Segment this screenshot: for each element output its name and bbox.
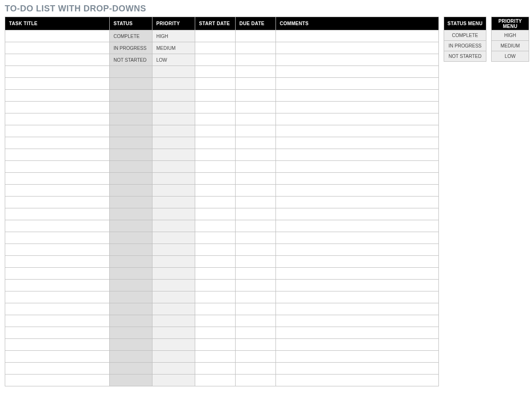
status-cell[interactable] xyxy=(110,66,152,78)
status-cell[interactable] xyxy=(110,315,152,327)
comments-cell[interactable] xyxy=(276,268,439,280)
priority-cell[interactable] xyxy=(152,268,195,280)
comments-cell[interactable] xyxy=(276,173,439,185)
priority-cell[interactable] xyxy=(152,185,195,197)
priority-cell[interactable] xyxy=(152,113,195,125)
due-date-cell[interactable] xyxy=(236,149,276,161)
status-cell[interactable] xyxy=(110,375,152,386)
priority-cell[interactable] xyxy=(152,102,195,113)
comments-cell[interactable] xyxy=(276,102,439,113)
priority-cell[interactable] xyxy=(152,256,195,268)
status-cell[interactable] xyxy=(110,291,152,303)
priority-menu-item[interactable]: MEDIUM xyxy=(492,41,529,51)
priority-cell[interactable]: MEDIUM xyxy=(152,42,195,54)
due-date-cell[interactable] xyxy=(236,232,276,244)
due-date-cell[interactable] xyxy=(236,280,276,291)
due-date-cell[interactable] xyxy=(236,137,276,149)
priority-menu-item[interactable]: LOW xyxy=(492,51,529,62)
status-cell[interactable] xyxy=(110,113,152,125)
status-menu-item[interactable]: NOT STARTED xyxy=(444,51,486,62)
comments-cell[interactable] xyxy=(276,113,439,125)
task-title-cell[interactable] xyxy=(5,280,110,291)
task-title-cell[interactable] xyxy=(5,303,110,315)
comments-cell[interactable] xyxy=(276,197,439,208)
task-title-cell[interactable] xyxy=(5,113,110,125)
status-cell[interactable] xyxy=(110,280,152,291)
comments-cell[interactable] xyxy=(276,185,439,197)
priority-menu-item[interactable]: HIGH xyxy=(492,30,529,41)
status-cell[interactable]: IN PROGRESS xyxy=(110,42,152,54)
comments-cell[interactable] xyxy=(276,161,439,173)
task-title-cell[interactable] xyxy=(5,232,110,244)
comments-cell[interactable] xyxy=(276,149,439,161)
task-title-cell[interactable] xyxy=(5,363,110,375)
comments-cell[interactable] xyxy=(276,315,439,327)
start-date-cell[interactable] xyxy=(195,102,236,113)
status-cell[interactable] xyxy=(110,185,152,197)
priority-cell[interactable] xyxy=(152,315,195,327)
priority-cell[interactable]: LOW xyxy=(152,54,195,66)
status-cell[interactable] xyxy=(110,173,152,185)
start-date-cell[interactable] xyxy=(195,268,236,280)
due-date-cell[interactable] xyxy=(236,66,276,78)
status-cell[interactable] xyxy=(110,232,152,244)
comments-cell[interactable] xyxy=(276,327,439,339)
status-menu-item[interactable]: COMPLETE xyxy=(444,30,486,41)
comments-cell[interactable] xyxy=(276,375,439,386)
priority-cell[interactable] xyxy=(152,90,195,102)
start-date-cell[interactable] xyxy=(195,291,236,303)
due-date-cell[interactable] xyxy=(236,173,276,185)
status-cell[interactable] xyxy=(110,102,152,113)
start-date-cell[interactable] xyxy=(195,66,236,78)
due-date-cell[interactable] xyxy=(236,339,276,351)
due-date-cell[interactable] xyxy=(236,185,276,197)
status-cell[interactable] xyxy=(110,137,152,149)
status-cell[interactable] xyxy=(110,197,152,208)
task-title-cell[interactable] xyxy=(5,173,110,185)
comments-cell[interactable] xyxy=(276,339,439,351)
status-menu-item[interactable]: IN PROGRESS xyxy=(444,41,486,51)
due-date-cell[interactable] xyxy=(236,78,276,90)
due-date-cell[interactable] xyxy=(236,30,276,42)
start-date-cell[interactable] xyxy=(195,78,236,90)
due-date-cell[interactable] xyxy=(236,315,276,327)
start-date-cell[interactable] xyxy=(195,30,236,42)
start-date-cell[interactable] xyxy=(195,161,236,173)
start-date-cell[interactable] xyxy=(195,363,236,375)
task-title-cell[interactable] xyxy=(5,327,110,339)
priority-cell[interactable] xyxy=(152,232,195,244)
comments-cell[interactable] xyxy=(276,125,439,137)
comments-cell[interactable] xyxy=(276,291,439,303)
due-date-cell[interactable] xyxy=(236,42,276,54)
comments-cell[interactable] xyxy=(276,280,439,291)
status-cell[interactable] xyxy=(110,90,152,102)
task-title-cell[interactable] xyxy=(5,137,110,149)
priority-cell[interactable] xyxy=(152,78,195,90)
due-date-cell[interactable] xyxy=(236,90,276,102)
status-cell[interactable]: NOT STARTED xyxy=(110,54,152,66)
comments-cell[interactable] xyxy=(276,363,439,375)
priority-cell[interactable] xyxy=(152,291,195,303)
task-title-cell[interactable] xyxy=(5,102,110,113)
due-date-cell[interactable] xyxy=(236,102,276,113)
due-date-cell[interactable] xyxy=(236,161,276,173)
due-date-cell[interactable] xyxy=(236,268,276,280)
start-date-cell[interactable] xyxy=(195,244,236,256)
status-cell[interactable] xyxy=(110,220,152,232)
start-date-cell[interactable] xyxy=(195,54,236,66)
due-date-cell[interactable] xyxy=(236,291,276,303)
status-cell[interactable] xyxy=(110,327,152,339)
priority-cell[interactable] xyxy=(152,303,195,315)
due-date-cell[interactable] xyxy=(236,197,276,208)
priority-cell[interactable] xyxy=(152,197,195,208)
task-title-cell[interactable] xyxy=(5,66,110,78)
start-date-cell[interactable] xyxy=(195,327,236,339)
priority-cell[interactable] xyxy=(152,161,195,173)
due-date-cell[interactable] xyxy=(236,256,276,268)
comments-cell[interactable] xyxy=(276,78,439,90)
status-cell[interactable] xyxy=(110,78,152,90)
task-title-cell[interactable] xyxy=(5,149,110,161)
due-date-cell[interactable] xyxy=(236,54,276,66)
start-date-cell[interactable] xyxy=(195,351,236,363)
due-date-cell[interactable] xyxy=(236,113,276,125)
